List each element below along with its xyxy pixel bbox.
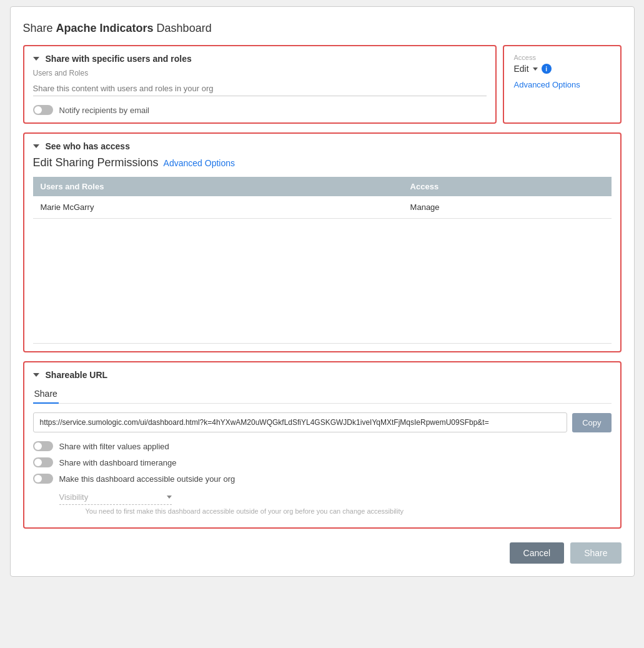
edit-sharing-advanced-link[interactable]: Advanced Options [164,158,235,168]
share-button[interactable]: Share [570,542,621,564]
tab-bar: Share [33,385,612,404]
timerange-option-row: Share with dashboard timerange [33,457,612,467]
filter-toggle[interactable] [33,441,53,451]
outside-option-row: Make this dashboard accessible outside y… [33,474,612,484]
users-roles-input[interactable] [33,81,487,96]
share-dialog: Share Apache Indicators Dashboard Share … [10,6,635,577]
visibility-note: You need to first make this dashboard ac… [86,507,612,515]
table-row: Marie McGarry Manage [33,196,612,219]
filter-label: Share with filter values applied [59,442,169,451]
see-access-section: See who has access Edit Sharing Permissi… [23,132,622,352]
visibility-placeholder: Visibility [59,492,89,502]
copy-button[interactable]: Copy [572,413,611,432]
visibility-row: Visibility You need to first make this d… [59,490,612,515]
notify-toggle-row: Notify recipients by email [33,105,487,115]
see-access-header: See who has access [33,141,612,151]
footer-buttons: Cancel Share [23,537,622,564]
shareable-url-section: Shareable URL Share Copy Share with filt… [23,361,622,529]
share-users-header: Share with specific users and roles [33,54,487,64]
access-value: Edit [514,64,529,74]
table-empty-row [33,219,612,344]
dialog-title: Share Apache Indicators Dashboard [23,22,622,35]
visibility-dropdown[interactable]: Visibility [59,490,172,505]
notify-toggle[interactable] [33,105,53,115]
permissions-table: Users and Roles Access Marie McGarry Man… [33,177,612,344]
user-name: Marie McGarry [33,196,403,219]
edit-sharing-header: Edit Sharing Permissions Advanced Option… [33,156,612,169]
notify-label: Notify recipients by email [59,106,150,115]
chevron-down-icon [33,144,39,148]
users-roles-label: Users and Roles [33,69,487,77]
chevron-down-icon [167,496,172,499]
filter-option-row: Share with filter values applied [33,441,612,451]
table-header-row: Users and Roles Access [33,177,612,196]
shareable-url-input[interactable] [33,412,568,432]
advanced-options-link[interactable]: Advanced Options [514,80,580,89]
access-dropdown[interactable]: Edit i [514,64,610,74]
access-section: Access Edit i Advanced Options [503,45,622,124]
url-row: Copy [33,412,612,432]
access-label: Access [514,54,610,61]
timerange-label: Share with dashboard timerange [59,458,177,467]
shareable-url-header: Shareable URL [33,370,612,380]
info-icon[interactable]: i [542,64,552,74]
chevron-down-icon [33,57,39,61]
outside-toggle[interactable] [33,474,53,484]
col-users-roles: Users and Roles [33,177,403,196]
outside-label: Make this dashboard accessible outside y… [59,474,235,484]
chevron-down-icon [533,67,538,71]
share-users-section: Share with specific users and roles User… [23,45,497,124]
cancel-button[interactable]: Cancel [510,542,565,564]
top-row: Share with specific users and roles User… [23,45,622,124]
user-access: Manage [403,196,612,219]
tab-share[interactable]: Share [33,385,59,404]
chevron-down-icon [33,373,39,377]
col-access: Access [403,177,612,196]
timerange-toggle[interactable] [33,457,53,467]
